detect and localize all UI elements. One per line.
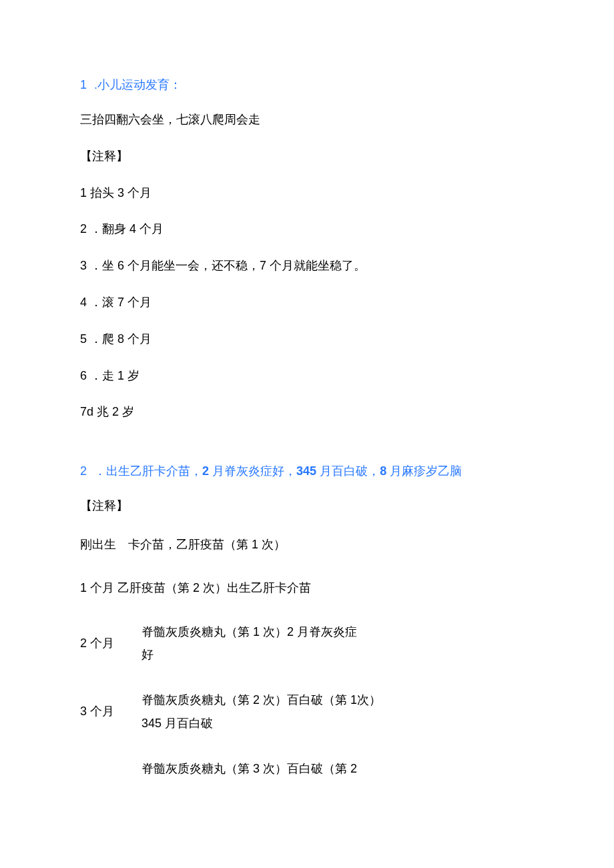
section1-item-4: 4 ．滚 7 个月 [80,293,534,312]
vaccine-age-birth: 刚出生 [80,533,128,556]
vaccine-row-birth: 刚出生 卡介苗，乙肝疫苗（第 1 次） [80,533,534,556]
vaccine-age-2month: 2 个月 [80,632,128,655]
section2-title-e: 月百白破， [316,464,380,478]
section1-mnemonic: 三抬四翻六会坐，七滚八爬周会走 [80,110,534,129]
section1-item-6: 6 ．走 1 岁 [80,366,534,386]
section1-number: 1 [80,78,87,91]
vaccine-age-3month: 3 个月 [80,700,128,723]
vaccine-content-2month: 脊髓灰质炎糖丸（第 1 次）2 月脊灰炎症好 [141,620,368,666]
vaccine-content-birth: 卡介苗，乙肝疫苗（第 1 次） [128,533,286,556]
section1-heading: 1 .小儿运动发育： [80,77,534,93]
section2-bold-d: 345 [296,464,316,478]
section1-item-3: 3 ．坐 6 个月能坐一会，还不稳，7 个月就能坐稳了。 [80,256,534,276]
section1-item-1: 1 抬头 3 个月 [80,183,534,203]
section1-title: .小儿运动发育： [94,78,182,91]
vaccine-content-3month: 脊髓灰质炎糖丸（第 2 次）百白破（第 1次）345 月百白破 [141,689,382,734]
section2-title-g: 月麻疹岁乙脑 [386,464,462,478]
section2-note-label: 【注释】 [80,496,534,516]
section2-heading: 2 ．出生乙肝卡介苗，2 月脊灰炎症好，345 月百白破，8 月麻疹岁乙脑 [80,463,534,479]
section-gap [80,439,534,463]
section2-title-c: 月脊灰炎症好， [209,464,296,478]
section2-title-a: ．出生乙肝卡介苗， [94,464,202,478]
vaccine-content-tail: 脊髓灰质炎糖丸（第 3 次）百白破（第 2 [141,757,357,780]
page: 1 .小儿运动发育： 三抬四翻六会坐，七滚八爬周会走 【注释】 1 抬头 3 个… [0,0,614,820]
vaccine-row-tail: 脊髓灰质炎糖丸（第 3 次）百白破（第 2 [80,757,534,780]
section2-number: 2 [80,464,87,478]
section1-item-5: 5 ．爬 8 个月 [80,330,534,349]
vaccine-row-2month: 2 个月 脊髓灰质炎糖丸（第 1 次）2 月脊灰炎症好 [80,620,534,666]
vaccine-row-1month: 1 个月 乙肝疫苗（第 2 次）出生乙肝卡介苗 [80,578,534,598]
vaccine-row-3month: 3 个月 脊髓灰质炎糖丸（第 2 次）百白破（第 1次）345 月百白破 [80,689,534,734]
section2-bold-b: 2 [202,464,209,478]
section1-item-2: 2 ．翻身 4 个月 [80,220,534,239]
section1-item-7: 7d 兆 2 岁 [80,402,534,422]
section1-note-label: 【注释】 [80,147,534,166]
section2-bold-f: 8 [380,464,386,478]
